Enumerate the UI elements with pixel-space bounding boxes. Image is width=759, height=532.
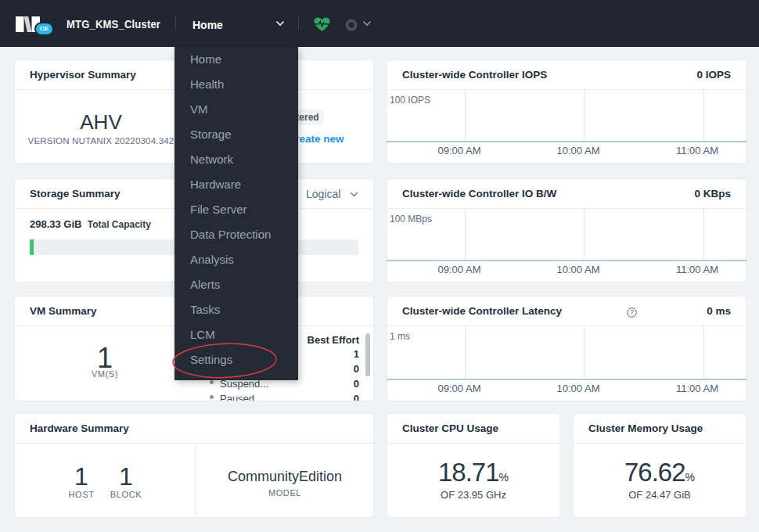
svg-text:?: ? xyxy=(630,308,634,316)
